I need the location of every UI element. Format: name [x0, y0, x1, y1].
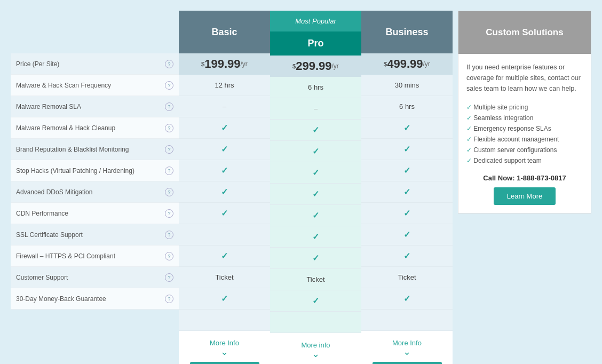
feature-row: 30-Day Money-Back Guarantee? — [11, 288, 179, 310]
plan-cell-pro-11 — [270, 312, 361, 333]
plan-cell-basic-3: ✓ — [179, 139, 270, 160]
price-main: 299.99 — [296, 59, 331, 73]
info-icon[interactable]: ? — [165, 295, 173, 303]
feature-row: Malware Removal SLA? — [11, 96, 179, 117]
plan-cell-basic-1: – — [179, 96, 270, 117]
info-icon[interactable]: ? — [165, 81, 173, 90]
check-mark: ✓ — [312, 232, 319, 242]
info-icon[interactable]: ? — [165, 102, 173, 111]
feature-name: Advanced DDoS Mitigation — [16, 188, 165, 196]
custom-feature-item: Emergency response SLAs — [466, 123, 583, 134]
info-icon[interactable]: ? — [165, 252, 173, 260]
feature-name: Customer Support — [16, 274, 165, 281]
plan-footer-pro: More info ⌄ Buy Now — [270, 333, 361, 364]
price-period: /yr — [423, 60, 430, 68]
feature-name: CDN Performance — [16, 210, 165, 217]
chevron-down-icon: ⌄ — [220, 347, 228, 357]
plan-price-business: $499.99/yr — [361, 53, 453, 75]
feature-row: Price (Per Site)? — [11, 53, 179, 75]
plan-cell-business-7: ✓ — [361, 224, 453, 246]
more-info-link[interactable]: More Info — [392, 339, 422, 347]
feature-row: Malware & Hack Scan Frequency? — [11, 75, 179, 96]
feature-row: Advanced DDoS Mitigation? — [11, 181, 179, 203]
check-mark: ✓ — [221, 123, 228, 133]
cell-text: 6 hrs — [308, 83, 323, 91]
plan-cell-basic-0: 12 hrs — [179, 75, 270, 96]
plan-cell-pro-3: ✓ — [270, 141, 361, 162]
call-now-text: Call Now: 1-888-873-0817 — [466, 174, 583, 182]
plan-cell-pro-10: ✓ — [270, 290, 361, 312]
check-mark: ✓ — [403, 208, 410, 218]
plan-cell-business-5: ✓ — [361, 181, 453, 203]
custom-feature-item: Multiple site pricing — [466, 102, 583, 113]
plan-cell-basic-7 — [179, 224, 270, 246]
plan-cell-basic-9: Ticket — [179, 267, 270, 288]
info-icon[interactable]: ? — [165, 209, 173, 218]
features-column: Price (Per Site)?Malware & Hack Scan Fre… — [11, 53, 179, 310]
plan-cell-basic-4: ✓ — [179, 160, 270, 181]
check-mark: ✓ — [403, 144, 410, 154]
info-icon[interactable]: ? — [165, 188, 173, 196]
feature-name: Price (Per Site) — [16, 60, 165, 68]
feature-name: 30-Day Money-Back Guarantee — [16, 295, 165, 303]
feature-row: Firewall – HTTPS & PCI Compliant? — [11, 246, 179, 267]
plan-cell-pro-7: ✓ — [270, 226, 361, 248]
plan-footer-business: More Info ⌄ Buy Now — [361, 331, 453, 364]
plans-area: Basic$199.99/yr12 hrs–✓✓✓✓✓✓Ticket✓ More… — [179, 11, 453, 364]
plan-cell-business-0: 30 mins — [361, 75, 453, 96]
plan-cell-pro-0: 6 hrs — [270, 77, 361, 98]
plan-footer-basic: More Info ⌄ Buy Now — [179, 331, 270, 364]
cell-text: 12 hrs — [215, 81, 234, 89]
check-mark: ✓ — [312, 146, 319, 156]
feature-name: Malware & Hack Scan Frequency — [16, 82, 165, 89]
feature-name: Malware Removal & Hack Cleanup — [16, 124, 165, 132]
feature-name: Firewall – HTTPS & PCI Compliant — [16, 252, 165, 260]
check-mark: ✓ — [312, 210, 319, 220]
check-mark: ✓ — [403, 251, 410, 261]
cell-text: 6 hrs — [399, 102, 415, 110]
more-info-link[interactable]: More Info — [210, 339, 239, 347]
info-icon[interactable]: ? — [165, 60, 173, 68]
custom-solutions-description: If you need enterprise features or cover… — [466, 62, 583, 94]
learn-more-button[interactable]: Learn More — [494, 187, 556, 205]
check-mark: ✓ — [312, 168, 319, 178]
cell-text: Ticket — [398, 273, 416, 281]
buy-now-button[interactable]: Buy Now — [190, 362, 259, 364]
info-icon[interactable]: ? — [165, 167, 173, 175]
custom-features-list: Multiple site pricingSeamless integratio… — [466, 102, 583, 166]
custom-solutions-header: Custom Solutions — [458, 11, 591, 54]
info-icon[interactable]: ? — [165, 145, 173, 154]
plan-header-pro: Pro — [270, 31, 361, 56]
custom-feature-item: Flexible account management — [466, 134, 583, 145]
plan-cell-business-4: ✓ — [361, 160, 453, 181]
plan-price-basic: $199.99/yr — [179, 53, 270, 75]
more-info-link[interactable]: More info — [301, 341, 330, 349]
cell-text: Ticket — [306, 275, 324, 283]
info-icon[interactable]: ? — [165, 124, 173, 132]
chevron-down-icon: ⌄ — [403, 347, 411, 357]
plan-cell-basic-2: ✓ — [179, 117, 270, 139]
custom-feature-item: Dedicated support team — [466, 155, 583, 166]
plan-cell-business-10: ✓ — [361, 288, 453, 310]
check-mark: ✓ — [312, 189, 319, 199]
plan-cell-basic-8: ✓ — [179, 246, 270, 267]
plan-cell-basic-5: ✓ — [179, 181, 270, 203]
info-icon[interactable]: ? — [165, 273, 173, 282]
buy-now-button[interactable]: Buy Now — [373, 362, 442, 364]
check-mark: ✓ — [403, 230, 410, 240]
plan-cell-business-8: ✓ — [361, 246, 453, 267]
info-icon[interactable]: ? — [165, 231, 173, 239]
feature-row: SSL Certificate Support? — [11, 224, 179, 246]
feature-name: Brand Reputation & Blacklist Monitoring — [16, 146, 165, 153]
check-mark: ✓ — [312, 253, 319, 263]
dash: – — [223, 102, 226, 110]
most-popular-badge: Most Popular — [270, 11, 361, 31]
check-mark: ✓ — [312, 125, 319, 135]
plan-col-basic: Basic$199.99/yr12 hrs–✓✓✓✓✓✓Ticket✓ More… — [179, 11, 270, 364]
plan-header-business: Business — [361, 11, 453, 53]
plan-cell-business-6: ✓ — [361, 203, 453, 224]
chevron-down-icon: ⌄ — [312, 349, 320, 359]
price-period: /yr — [332, 62, 339, 70]
check-mark: ✓ — [403, 123, 410, 133]
plan-cell-business-3: ✓ — [361, 139, 453, 160]
